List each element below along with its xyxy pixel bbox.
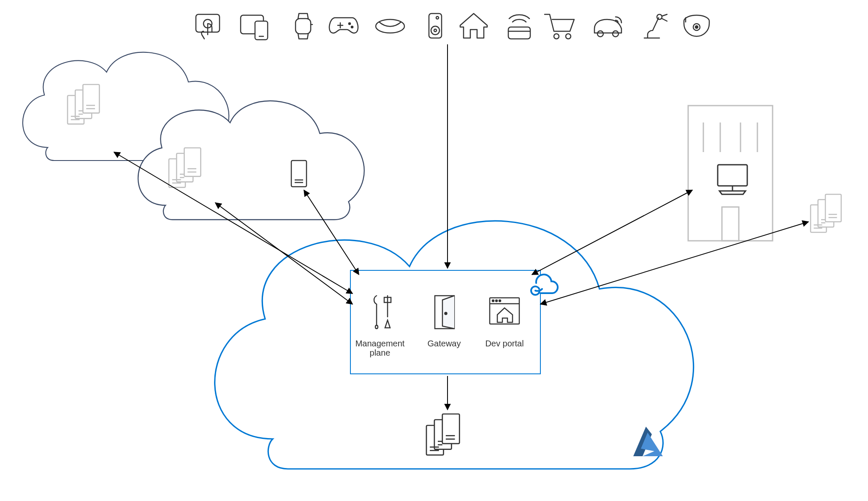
svg-point-40: [657, 14, 662, 19]
svg-point-39: [613, 31, 618, 37]
svg-rect-34: [508, 27, 530, 39]
gamepad-icon: [329, 18, 358, 33]
external-servers-icon: [811, 194, 841, 232]
apim-box: Managementplane Gateway Dev portal: [350, 270, 558, 374]
svg-point-53: [496, 300, 497, 302]
svg-rect-23: [296, 19, 311, 34]
svg-point-36: [554, 34, 559, 39]
svg-rect-61: [718, 165, 747, 186]
svg-point-37: [566, 34, 571, 39]
svg-point-52: [492, 300, 494, 302]
svg-rect-21: [255, 21, 268, 40]
devices-icon: [241, 15, 268, 40]
single-server-icon: [291, 161, 307, 187]
smartwatch-icon: [296, 14, 312, 39]
vr-headset-icon: [376, 19, 404, 33]
smart-home-icon: [460, 14, 487, 38]
svg-point-28: [351, 26, 353, 28]
svg-point-31: [431, 26, 439, 35]
azure-logo-icon: [633, 427, 663, 456]
svg-point-54: [499, 300, 501, 302]
architecture-diagram: Managementplane Gateway Dev portal: [0, 0, 868, 501]
svg-point-38: [597, 31, 603, 37]
smart-speaker-icon: [429, 14, 442, 38]
payment-terminal-icon: [508, 15, 530, 39]
gateway-label: Gateway: [428, 339, 461, 348]
svg-point-32: [434, 29, 437, 32]
connected-car-icon: [594, 17, 621, 37]
device-strip: [196, 14, 709, 40]
svg-line-68: [532, 190, 692, 275]
dev-portal-label: Dev portal: [485, 339, 524, 348]
svg-point-49: [445, 313, 447, 315]
svg-point-33: [436, 16, 439, 19]
shopping-cart-icon: [545, 14, 574, 39]
on-prem-building: [688, 106, 773, 241]
robot-arm-icon: [644, 14, 667, 38]
security-camera-icon: [684, 15, 709, 36]
touch-icon: [196, 14, 220, 39]
svg-point-42: [695, 26, 698, 28]
backend-servers-icon: [426, 414, 459, 455]
svg-rect-60: [722, 207, 739, 241]
svg-line-69: [540, 222, 808, 304]
svg-point-27: [349, 23, 350, 25]
